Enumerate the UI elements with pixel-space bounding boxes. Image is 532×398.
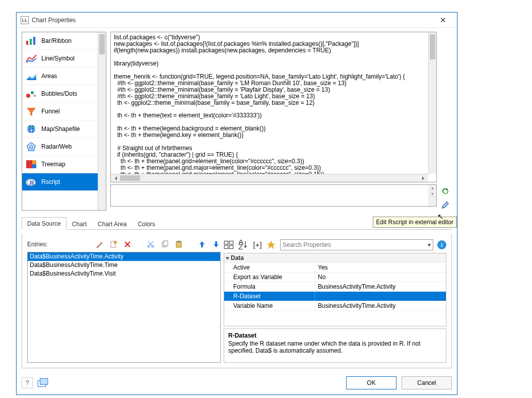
svg-point-7 bbox=[34, 95, 36, 97]
question-icon: ? bbox=[26, 379, 29, 386]
info-button[interactable]: i bbox=[437, 240, 446, 249]
paste-button[interactable] bbox=[174, 240, 183, 249]
move-down-button[interactable] bbox=[212, 240, 221, 249]
chart-type-bar-ribbon[interactable]: Bar/Ribbon bbox=[22, 32, 98, 50]
collapse-icon[interactable] bbox=[226, 257, 230, 259]
help-button[interactable]: ? bbox=[22, 377, 33, 388]
chart-type-radar-web[interactable]: Radar/Web bbox=[22, 138, 98, 156]
chart-type-label: Bubbles/Dots bbox=[41, 90, 77, 97]
code-horizontal-scrollbar[interactable] bbox=[111, 174, 428, 182]
svg-point-22 bbox=[114, 241, 117, 244]
tab-colors[interactable]: Colors bbox=[132, 218, 161, 230]
ok-button[interactable]: OK bbox=[346, 376, 396, 389]
entry-item[interactable]: Data$BusinessActivityTime.Time bbox=[28, 261, 220, 270]
chart-type-areas[interactable]: Areas bbox=[22, 68, 98, 85]
entry-text: Data$BusinessActivityTime.Activity bbox=[30, 253, 123, 260]
button-label: OK bbox=[367, 379, 375, 386]
chart-type-rscript[interactable]: R Rscript bbox=[22, 173, 98, 191]
wand-button[interactable] bbox=[95, 240, 104, 249]
chart-type-label: Map/Shapefile bbox=[41, 125, 80, 132]
cut-button[interactable] bbox=[146, 240, 155, 249]
delete-icon bbox=[123, 240, 131, 248]
tab-chart-area[interactable]: Chart Area bbox=[92, 218, 132, 230]
property-value[interactable]: BusinessActivityTime.Activity bbox=[315, 301, 446, 310]
svg-rect-28 bbox=[177, 241, 180, 242]
chart-type-line-symbol[interactable]: Line/Symbol bbox=[22, 50, 98, 68]
rscript-code-text[interactable]: list.of.packages <- c("tidyverse") new.p… bbox=[111, 32, 436, 182]
app-icon: LL bbox=[21, 16, 29, 24]
delete-entry-button[interactable] bbox=[123, 240, 132, 249]
svg-point-24 bbox=[152, 245, 154, 247]
favorites-button[interactable] bbox=[266, 240, 276, 250]
tab-chart[interactable]: Chart bbox=[66, 218, 92, 230]
tab-label: Data Source bbox=[27, 220, 61, 227]
svg-rect-13 bbox=[26, 160, 32, 168]
chart-type-label: Radar/Web bbox=[41, 143, 72, 150]
copy-icon bbox=[161, 240, 169, 248]
entry-item[interactable]: Data$BusinessActivityTime.Visit bbox=[28, 270, 220, 278]
cancel-button[interactable]: Cancel bbox=[402, 376, 452, 389]
categorized-button[interactable] bbox=[224, 240, 234, 250]
radar-icon bbox=[25, 142, 37, 152]
property-value[interactable]: No bbox=[315, 273, 446, 282]
search-properties-input[interactable]: Search Properties ▾ bbox=[280, 239, 433, 250]
entry-item[interactable]: Data$BusinessActivityTime.Activity bbox=[28, 252, 220, 261]
property-row-export[interactable]: Export as Variable No bbox=[224, 273, 446, 282]
entry-text: Data$BusinessActivityTime.Time bbox=[30, 261, 118, 269]
chart-type-map-shapefile[interactable]: Map/Shapefile bbox=[22, 120, 98, 138]
new-entry-button[interactable] bbox=[109, 240, 118, 249]
chart-properties-dialog: LL Chart Properties ✕ Bar/Ribbon Line/Sy… bbox=[16, 12, 457, 395]
code-vertical-scrollbar[interactable] bbox=[428, 32, 436, 174]
property-row-active[interactable]: Active Yes bbox=[224, 263, 446, 273]
tab-data-source[interactable]: Data Source bbox=[22, 217, 66, 230]
property-key: R-Dataset bbox=[224, 292, 315, 301]
refresh-button[interactable] bbox=[440, 185, 451, 196]
chart-type-list: Bar/Ribbon Line/Symbol Areas Bubbles/Dot… bbox=[22, 32, 106, 211]
property-key: Export as Variable bbox=[224, 273, 315, 282]
close-button[interactable]: ✕ bbox=[433, 16, 453, 25]
chart-type-label: Areas bbox=[41, 73, 57, 80]
layers-button[interactable] bbox=[37, 377, 49, 388]
chart-type-bubbles-dots[interactable]: Bubbles/Dots bbox=[22, 85, 98, 103]
property-grid[interactable]: Data Active Yes Export as Variable No Fo… bbox=[224, 253, 446, 326]
dropdown-arrow-icon[interactable]: ▾ bbox=[428, 241, 431, 248]
property-row-formula[interactable]: Formula BusinessActivityTime.Activity bbox=[224, 282, 446, 292]
svg-text:Z: Z bbox=[238, 242, 243, 250]
svg-point-6 bbox=[31, 91, 34, 94]
entries-listbox[interactable]: Data$BusinessActivityTime.Activity Data$… bbox=[27, 252, 221, 363]
scroll-down-icon[interactable]: ▾ bbox=[428, 191, 436, 197]
property-group-header[interactable]: Data bbox=[224, 253, 446, 263]
chart-type-scrollbar[interactable] bbox=[98, 32, 106, 210]
svg-rect-32 bbox=[229, 245, 233, 248]
chart-type-treemap[interactable]: Treemap bbox=[22, 156, 98, 173]
svg-rect-38 bbox=[40, 378, 48, 384]
alphabetical-button[interactable]: AZ bbox=[238, 240, 248, 250]
paste-icon bbox=[175, 240, 183, 248]
scroll-up-icon[interactable]: ▴ bbox=[428, 185, 436, 191]
copy-button[interactable] bbox=[160, 240, 169, 249]
property-row-r-dataset[interactable]: R-Dataset bbox=[224, 292, 446, 301]
rscript-code-editor[interactable]: list.of.packages <- c("tidyverse") new.p… bbox=[110, 32, 437, 182]
property-value[interactable]: BusinessActivityTime.Activity bbox=[315, 282, 446, 291]
svg-point-20 bbox=[102, 243, 103, 244]
add-property-button[interactable]: [+] bbox=[252, 240, 262, 250]
titlebar: LL Chart Properties ✕ bbox=[17, 13, 457, 28]
property-help-panel: R-Dataset Specify the R dataset name und… bbox=[224, 328, 446, 363]
svg-point-23 bbox=[148, 245, 150, 247]
svg-text:R: R bbox=[30, 180, 34, 187]
svg-rect-2 bbox=[33, 37, 35, 45]
property-value[interactable]: Yes bbox=[315, 263, 446, 272]
chart-type-funnel[interactable]: Funnel bbox=[22, 103, 98, 120]
preview-scrollbar[interactable]: ▴ ▾ bbox=[428, 185, 436, 206]
move-up-button[interactable] bbox=[197, 240, 207, 249]
sort-az-icon: AZ bbox=[238, 240, 248, 250]
property-row-variable-name[interactable]: Variable Name BusinessActivityTime.Activ… bbox=[224, 301, 446, 311]
property-value[interactable] bbox=[315, 292, 446, 301]
chart-type-label: Bar/Ribbon bbox=[41, 37, 72, 44]
entry-text: Data$BusinessActivityTime.Visit bbox=[30, 270, 116, 277]
property-key: Formula bbox=[224, 282, 315, 291]
funnel-icon bbox=[25, 106, 37, 116]
help-title: R-Dataset bbox=[228, 332, 442, 339]
edit-external-button[interactable] bbox=[440, 200, 451, 211]
svg-rect-15 bbox=[32, 164, 36, 168]
